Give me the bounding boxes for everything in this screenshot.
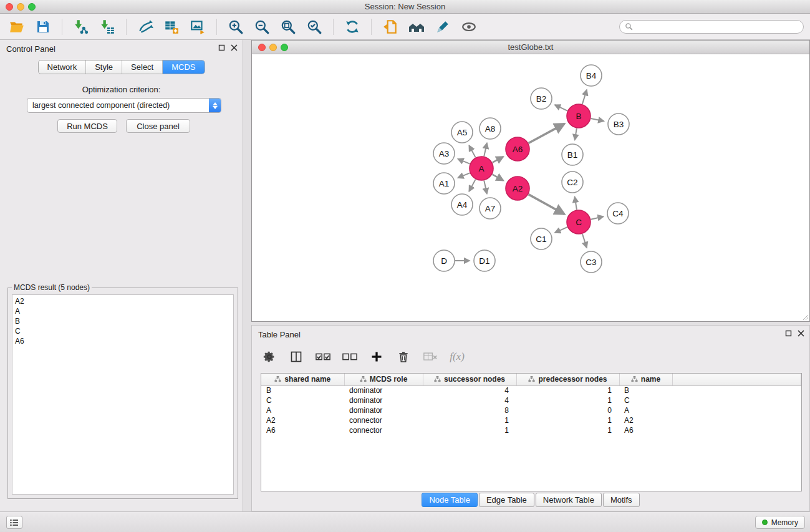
table-cell[interactable]: dominator [344, 405, 423, 415]
import-table-file-button[interactable] [97, 16, 118, 37]
node-A4[interactable]: A4 [451, 194, 473, 215]
export-image-button[interactable] [187, 16, 208, 37]
close-view-icon[interactable] [258, 44, 266, 51]
node-A1[interactable]: A1 [433, 173, 455, 194]
edge-A-A3[interactable] [458, 159, 470, 164]
table-cell[interactable]: 4 [423, 395, 516, 405]
tab-edge-table[interactable]: Edge Table [479, 493, 534, 507]
task-history-button[interactable] [6, 516, 22, 529]
delete-table-button[interactable] [422, 348, 439, 365]
edge-C-C4[interactable] [591, 216, 604, 219]
deselect-all-columns-button[interactable] [341, 348, 359, 365]
tab-network[interactable]: Network [38, 60, 86, 74]
node-A6[interactable]: A6 [506, 137, 529, 161]
manual-layout-button[interactable] [380, 16, 401, 37]
node-A8[interactable]: A8 [480, 118, 501, 139]
edge-A-A1[interactable] [458, 173, 470, 178]
table-cell[interactable]: C [619, 395, 672, 405]
table-row[interactable]: Adominator80A [261, 405, 801, 415]
refresh-button[interactable] [342, 16, 363, 37]
network-window-titlebar[interactable]: testGlobe.txt [252, 41, 809, 54]
maximize-window-icon[interactable] [28, 3, 36, 11]
node-C1[interactable]: C1 [531, 228, 552, 249]
float-panel-icon[interactable] [218, 44, 225, 51]
close-panel-button[interactable]: Close panel [126, 119, 190, 133]
mcds-result-list[interactable]: A2ABCA6 [12, 294, 234, 495]
first-neighbors-button[interactable] [406, 16, 427, 37]
node-B3[interactable]: B3 [608, 114, 629, 135]
zoom-out-button[interactable] [251, 16, 272, 37]
table-cell[interactable]: B [261, 385, 344, 395]
table-cell[interactable]: A6 [619, 425, 672, 435]
table-row[interactable]: Bdominator41B [261, 385, 801, 395]
import-network-file-button[interactable] [70, 16, 92, 37]
table-cell[interactable]: 1 [516, 415, 619, 425]
maximize-view-icon[interactable] [281, 44, 288, 51]
column-header[interactable]: successor nodes [423, 374, 516, 385]
table-cell[interactable]: A2 [619, 415, 672, 425]
zoom-in-button[interactable] [225, 16, 246, 37]
table-cell[interactable]: dominator [344, 395, 423, 405]
minimize-view-icon[interactable] [269, 44, 277, 51]
create-column-button[interactable] [368, 348, 385, 365]
edge-A-A5[interactable] [469, 145, 475, 157]
tab-style[interactable]: Style [86, 60, 122, 74]
edge-B-B2[interactable] [555, 105, 567, 110]
edge-A-A7[interactable] [484, 181, 487, 194]
table-settings-button[interactable] [261, 348, 278, 365]
edge-C-C3[interactable] [582, 234, 587, 248]
memory-button[interactable]: Memory [755, 516, 805, 529]
edge-A-A8[interactable] [484, 143, 487, 156]
edge-A6-B[interactable] [529, 123, 565, 143]
table-cell[interactable]: 0 [516, 405, 619, 415]
node-C2[interactable]: C2 [562, 172, 583, 193]
edge-A-A6[interactable] [493, 157, 503, 162]
table-cell[interactable]: 1 [423, 425, 516, 435]
column-header[interactable]: shared name [261, 374, 344, 385]
column-header[interactable]: predecessor nodes [516, 374, 619, 385]
show-columns-button[interactable] [287, 348, 305, 365]
network-graph[interactable]: B4B2BB3A5A8A6A3B1AC2A1A2A4A7C4CC1C3DD1 [252, 54, 809, 321]
mcds-result-item[interactable]: B [15, 316, 231, 326]
tab-network-table[interactable]: Network Table [536, 493, 602, 507]
table-row[interactable]: Cdominator41C [261, 395, 801, 405]
select-all-columns-button[interactable] [314, 348, 332, 365]
close-panel-icon[interactable] [231, 44, 238, 51]
zoom-fit-button[interactable] [277, 16, 299, 37]
edge-C-C1[interactable] [555, 227, 567, 233]
mcds-result-item[interactable]: A [15, 306, 231, 316]
node-B2[interactable]: B2 [531, 88, 552, 109]
node-A5[interactable]: A5 [451, 122, 473, 143]
optimization-criterion-dropdown[interactable]: largest connected component (directed) [27, 98, 221, 113]
resize-grip-icon[interactable] [801, 313, 809, 321]
toolbar-search[interactable] [619, 20, 804, 34]
table-cell[interactable]: connector [344, 415, 423, 425]
close-table-panel-icon[interactable] [798, 330, 804, 337]
node-B4[interactable]: B4 [581, 65, 602, 86]
table-cell[interactable]: connector [344, 425, 423, 435]
table-cell[interactable]: 1 [423, 415, 516, 425]
network-canvas[interactable]: B4B2BB3A5A8A6A3B1AC2A1A2A4A7C4CC1C3DD1 [252, 54, 809, 321]
float-table-panel-icon[interactable] [785, 330, 792, 337]
table-row[interactable]: A6connector11A6 [261, 425, 801, 435]
node-table-container[interactable]: shared nameMCDS rolesuccessor nodesprede… [261, 373, 802, 491]
table-cell[interactable]: 1 [516, 425, 619, 435]
table-cell[interactable]: A [619, 405, 672, 415]
edge-A-A2[interactable] [493, 175, 504, 181]
tab-motifs[interactable]: Motifs [603, 493, 640, 507]
node-C3[interactable]: C3 [581, 251, 602, 273]
run-mcds-button[interactable]: Run MCDS [57, 119, 117, 133]
mcds-result-item[interactable]: A6 [15, 336, 231, 346]
table-row[interactable]: A2connector11A2 [261, 415, 801, 425]
table-cell[interactable]: A6 [261, 425, 344, 435]
table-cell[interactable]: dominator [344, 385, 423, 395]
node-D1[interactable]: D1 [474, 250, 495, 271]
show-hide-button[interactable] [458, 16, 480, 37]
apply-style-button[interactable] [432, 16, 453, 37]
search-input[interactable] [636, 22, 798, 31]
edge-C-C2[interactable] [575, 197, 577, 210]
node-A3[interactable]: A3 [433, 143, 455, 164]
table-cell[interactable]: C [261, 395, 344, 405]
node-C[interactable]: C [567, 210, 591, 234]
new-network-button[interactable] [135, 16, 156, 37]
